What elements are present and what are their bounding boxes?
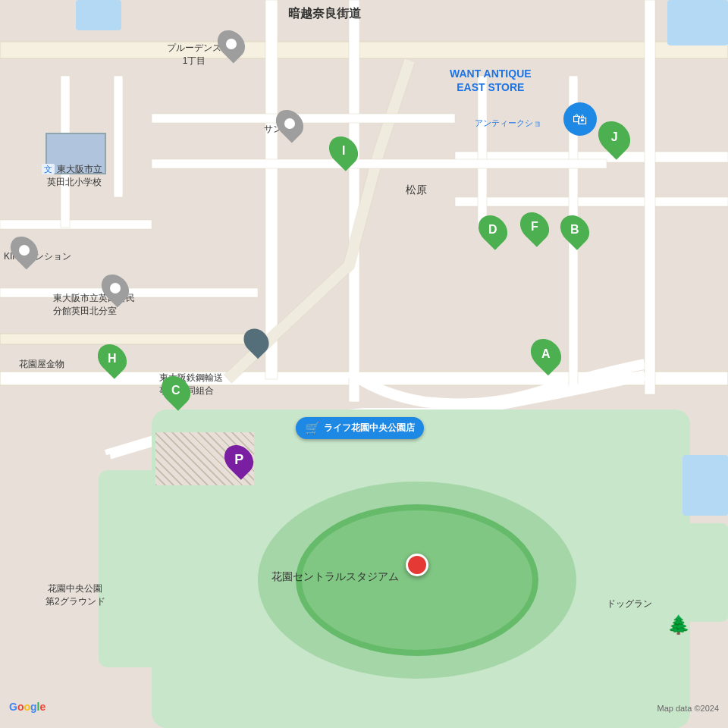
pin-B[interactable]: B — [562, 214, 588, 246]
svg-rect-15 — [114, 76, 123, 197]
sanhai-pin — [278, 108, 302, 139]
pin-I[interactable]: I — [331, 135, 356, 167]
pin-C-label: C — [171, 384, 180, 397]
tree-icon: 🌲 — [667, 614, 690, 635]
pin-A-label: A — [541, 347, 551, 361]
svg-rect-11 — [478, 76, 487, 228]
pin-F[interactable]: F — [522, 211, 548, 243]
pin-C[interactable]: C — [163, 375, 189, 406]
pin-F-label: F — [531, 220, 538, 234]
kiko-pin — [12, 235, 36, 265]
svg-rect-3 — [349, 0, 359, 402]
life-store-label: ライフ花園中央公園店 — [324, 422, 415, 435]
map-attribution: Map data ©2024 — [657, 704, 720, 713]
pin-A[interactable]: A — [532, 337, 560, 371]
pin-I-label: I — [342, 144, 345, 158]
pin-H-label: H — [108, 352, 117, 366]
svg-rect-2 — [265, 0, 278, 379]
svg-rect-13 — [152, 159, 607, 168]
water-top-right — [667, 0, 728, 46]
stadium-main-marker — [406, 554, 428, 576]
life-store-marker[interactable]: 🛒 ライフ花園中央公園店 — [296, 417, 424, 439]
svg-rect-12 — [152, 114, 455, 123]
pin-H[interactable]: H — [99, 343, 125, 375]
svg-rect-6 — [0, 334, 265, 344]
dogrun-area — [637, 523, 728, 622]
pin-J-label: J — [611, 130, 618, 144]
svg-rect-9 — [645, 0, 655, 394]
water-top-left — [76, 0, 121, 30]
steel-pin — [245, 328, 268, 355]
map-container: 暗越奈良街道 プルーデンス1丁目 文東大阪市立 英田北小学校 KIKOマンション… — [0, 0, 728, 728]
pin-D-label: D — [488, 223, 497, 237]
parking-pin[interactable]: P — [226, 444, 252, 475]
pin-D[interactable]: D — [480, 214, 506, 246]
stadium-inner — [296, 504, 538, 656]
google-logo: Google — [9, 701, 46, 713]
pin-B-label: B — [570, 223, 579, 237]
school-building — [46, 133, 106, 174]
svg-rect-1 — [0, 42, 728, 58]
pin-J[interactable]: J — [600, 120, 629, 155]
water-feature — [682, 455, 728, 516]
svg-rect-4 — [0, 220, 152, 229]
civic-pin — [103, 273, 127, 303]
prudence-pin — [219, 29, 243, 59]
svg-rect-8 — [455, 197, 728, 206]
shopping-marker[interactable]: 🛍 — [563, 102, 597, 136]
